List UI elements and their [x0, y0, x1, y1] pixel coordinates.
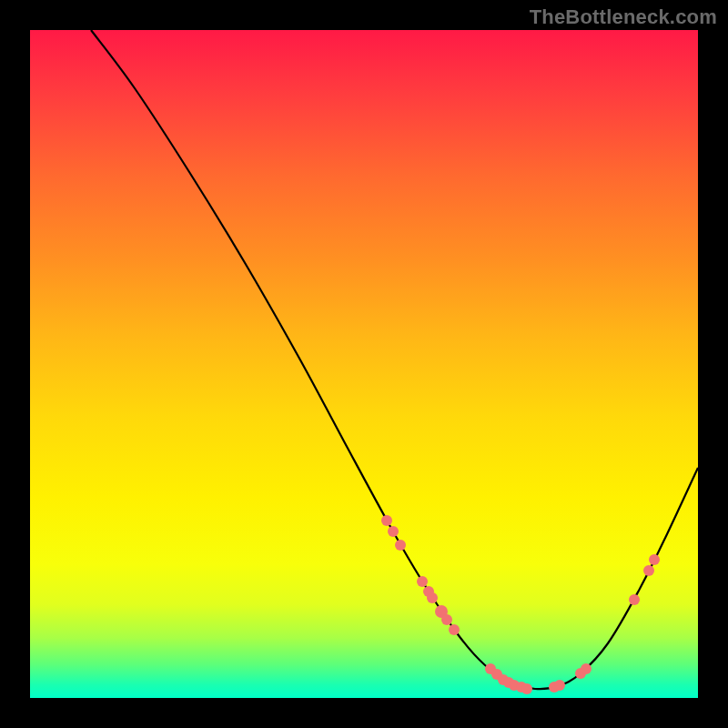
marker-dot	[521, 683, 532, 694]
watermark-text: TheBottleneck.com	[530, 5, 717, 29]
marker-dot	[649, 554, 660, 565]
marker-dot	[629, 594, 640, 605]
marker-dot	[388, 526, 399, 537]
marker-dot	[427, 592, 438, 603]
marker-dot	[449, 624, 460, 635]
marker-dot	[417, 576, 428, 587]
marker-dot	[395, 540, 406, 551]
marker-dot	[441, 614, 452, 625]
marker-dot	[581, 663, 592, 674]
chart-svg	[30, 30, 698, 698]
marker-dot	[643, 565, 654, 576]
chart-frame	[30, 30, 698, 698]
marker-dot	[381, 515, 392, 526]
marker-group	[381, 515, 660, 694]
curve-line	[91, 30, 698, 689]
marker-dot	[554, 680, 565, 691]
